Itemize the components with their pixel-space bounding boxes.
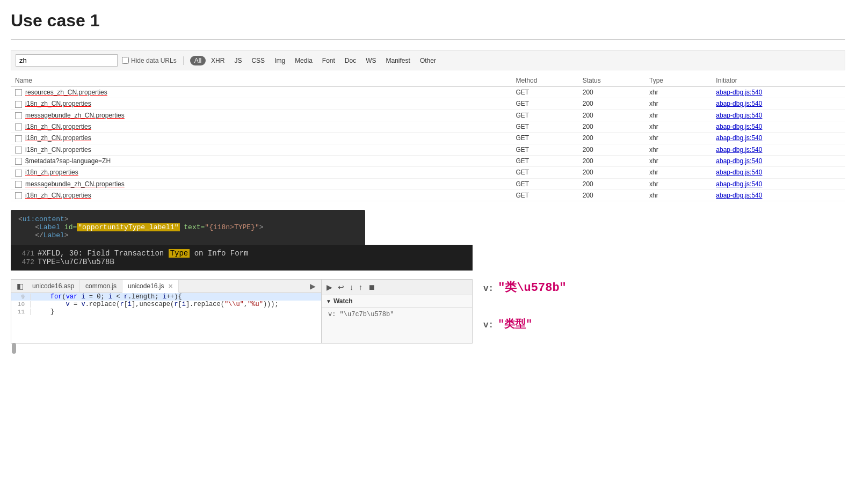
- table-row[interactable]: i18n_zh_CN.propertiesGET200xhrabap-dbg.j…: [11, 121, 845, 132]
- right-label-1: v:: [483, 284, 494, 294]
- filter-type-doc[interactable]: Doc: [340, 56, 360, 65]
- table-cell-name: i18n_zh_CN.properties: [11, 189, 511, 201]
- search-input[interactable]: [16, 54, 118, 67]
- table-cell-name: i18n_zh.properties: [11, 167, 511, 178]
- table-cell-name: messagebundle_zh_CN.properties: [11, 109, 511, 121]
- filter-type-img[interactable]: Img: [270, 56, 289, 65]
- filter-type-media[interactable]: Media: [291, 56, 317, 65]
- right-values-panel: v: "类\u578b" v: "类型": [473, 279, 577, 331]
- table-cell-name: messagebundle_zh_CN.properties: [11, 178, 511, 189]
- table-row[interactable]: i18n_zh.propertiesGET200xhrabap-dbg.js:5…: [11, 167, 845, 178]
- row-checkbox[interactable]: [15, 135, 22, 142]
- table-cell-type: xhr: [645, 121, 712, 132]
- tab-unicode16-asp[interactable]: unicode16.asp: [27, 280, 80, 292]
- filter-type-ws[interactable]: WS: [361, 56, 380, 65]
- table-cell-name: resources_zh_CN.properties: [11, 87, 511, 98]
- filter-type-all[interactable]: All: [190, 56, 206, 65]
- panel-collapse-icon[interactable]: ◧: [13, 280, 27, 293]
- table-cell-status: 200: [578, 121, 645, 132]
- row-checkbox[interactable]: [15, 123, 22, 130]
- row-checkbox[interactable]: [15, 192, 22, 199]
- table-cell-status: 200: [578, 189, 645, 201]
- right-value-2: v: "类型": [483, 295, 567, 331]
- hide-data-urls-label[interactable]: Hide data URLs: [122, 57, 177, 64]
- table-cell-type: xhr: [645, 167, 712, 178]
- col-header-name: Name: [11, 75, 511, 87]
- html-code-block: <ui:content> <Label id="opportunityType_…: [11, 210, 365, 245]
- table-cell-method: GET: [511, 109, 578, 121]
- table-cell-status: 200: [578, 155, 645, 166]
- html-line-2: <Label id="opportunityType_label1" text=…: [18, 223, 358, 231]
- tab-common-js[interactable]: common.js: [80, 280, 122, 292]
- filter-type-js[interactable]: JS: [230, 56, 246, 65]
- watch-value: v: "\u7c7b\u578b": [322, 308, 472, 322]
- debug-play-icon[interactable]: ▶: [325, 282, 334, 293]
- table-row[interactable]: i18n_zh_CN.propertiesGET200xhrabap-dbg.j…: [11, 144, 845, 155]
- watch-collapse-arrow[interactable]: ▼: [326, 298, 331, 304]
- filter-type-xhr[interactable]: XHR: [207, 56, 229, 65]
- table-cell-initiator[interactable]: abap-dbg.js:540: [712, 155, 845, 166]
- table-cell-method: GET: [511, 121, 578, 132]
- props-line-472: 472 TYPE=\u7C7B\u578B: [18, 258, 465, 266]
- table-cell-initiator[interactable]: abap-dbg.js:540: [712, 144, 845, 155]
- row-checkbox[interactable]: [15, 147, 22, 154]
- filter-type-font[interactable]: Font: [318, 56, 339, 65]
- right-val-1-text: "类\u578b": [498, 279, 567, 295]
- row-checkbox[interactable]: [15, 112, 22, 119]
- table-row[interactable]: messagebundle_zh_CN.propertiesGET200xhra…: [11, 109, 845, 121]
- table-row[interactable]: i18n_zh_CN.propertiesGET200xhrabap-dbg.j…: [11, 133, 845, 144]
- table-row[interactable]: resources_zh_CN.propertiesGET200xhrabap-…: [11, 87, 845, 98]
- table-row[interactable]: i18n_zh_CN.propertiesGET200xhrabap-dbg.j…: [11, 98, 845, 109]
- table-cell-type: xhr: [645, 109, 712, 121]
- table-cell-initiator[interactable]: abap-dbg.js:540: [712, 87, 845, 98]
- table-cell-method: GET: [511, 144, 578, 155]
- html-line-3: </Label>: [18, 231, 358, 239]
- table-cell-type: xhr: [645, 155, 712, 166]
- table-cell-initiator[interactable]: abap-dbg.js:540: [712, 121, 845, 132]
- table-cell-initiator[interactable]: abap-dbg.js:540: [712, 167, 845, 178]
- props-code-block: 471 #XFLD, 30: Field Transaction Type on…: [11, 245, 473, 271]
- filter-type-manifest[interactable]: Manifest: [382, 56, 415, 65]
- table-cell-initiator[interactable]: abap-dbg.js:540: [712, 98, 845, 109]
- table-cell-initiator[interactable]: abap-dbg.js:540: [712, 178, 845, 189]
- col-header-status: Status: [578, 75, 645, 87]
- debug-step-over-icon[interactable]: ↩: [336, 282, 346, 293]
- debug-stop-icon[interactable]: ⏹: [366, 282, 377, 293]
- table-cell-initiator[interactable]: abap-dbg.js:540: [712, 109, 845, 121]
- close-tab-icon[interactable]: ✕: [168, 283, 173, 289]
- table-row[interactable]: messagebundle_zh_CN.propertiesGET200xhra…: [11, 178, 845, 189]
- col-header-type: Type: [645, 75, 712, 87]
- table-cell-name: $metadata?sap-language=ZH: [11, 155, 511, 166]
- tab-unicode16-js[interactable]: unicode16.js ✕: [122, 280, 179, 293]
- scrollbar-thumb[interactable]: [12, 343, 16, 354]
- col-header-method: Method: [511, 75, 578, 87]
- table-cell-type: xhr: [645, 87, 712, 98]
- filter-types: AllXHRJSCSSImgMediaFontDocWSManifestOthe…: [190, 56, 440, 65]
- row-checkbox[interactable]: [15, 158, 22, 165]
- debug-step-out-icon[interactable]: ↑: [357, 282, 364, 293]
- table-cell-name: i18n_zh_CN.properties: [11, 144, 511, 155]
- table-cell-initiator[interactable]: abap-dbg.js:540: [712, 133, 845, 144]
- table-row[interactable]: i18n_zh_CN.propertiesGET200xhrabap-dbg.j…: [11, 189, 845, 201]
- debug-step-into-icon[interactable]: ↓: [348, 282, 355, 293]
- table-cell-method: GET: [511, 189, 578, 201]
- props-line-471: 471 #XFLD, 30: Field Transaction Type on…: [18, 249, 465, 258]
- table-row[interactable]: $metadata?sap-language=ZHGET200xhrabap-d…: [11, 155, 845, 166]
- filter-type-css[interactable]: CSS: [247, 56, 269, 65]
- row-checkbox[interactable]: [15, 170, 22, 177]
- table-cell-initiator[interactable]: abap-dbg.js:540: [712, 189, 845, 201]
- row-checkbox[interactable]: [15, 89, 22, 96]
- tab-bar-more-icon[interactable]: ▶: [307, 281, 319, 291]
- filter-type-other[interactable]: Other: [416, 56, 440, 65]
- row-checkbox[interactable]: [15, 181, 22, 188]
- table-cell-type: xhr: [645, 189, 712, 201]
- editor-tab-bar: ◧ unicode16.asp common.js unicode16.js ✕…: [11, 280, 321, 293]
- col-header-initiator: Initiator: [712, 75, 845, 87]
- hide-data-urls-checkbox[interactable]: [122, 57, 129, 64]
- row-checkbox[interactable]: [15, 101, 22, 108]
- table-cell-name: i18n_zh_CN.properties: [11, 133, 511, 144]
- right-label-2: v:: [483, 320, 494, 330]
- table-cell-method: GET: [511, 155, 578, 166]
- watch-panel: ▶ ↩ ↓ ↑ ⏹ ▼ Watch v: "\u7c7b\u578b": [322, 280, 472, 343]
- watch-title: Watch: [333, 297, 353, 305]
